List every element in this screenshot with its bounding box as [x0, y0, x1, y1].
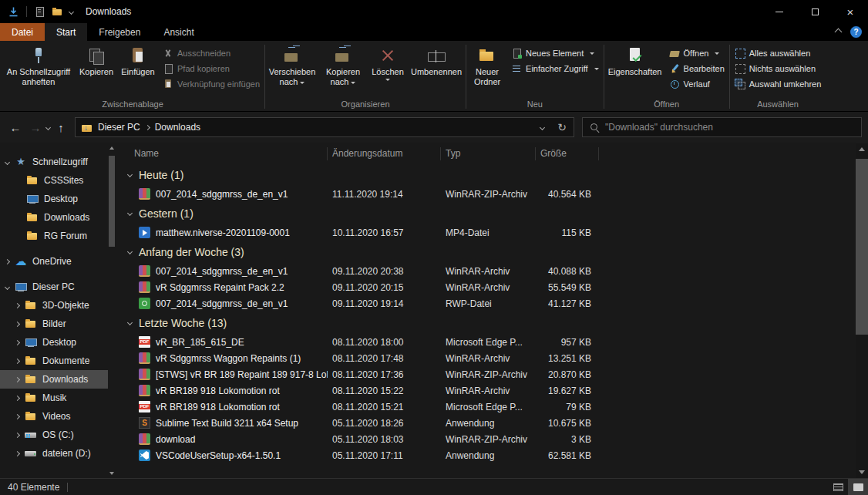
sidebar-item-downloads[interactable]: Downloads — [0, 370, 108, 389]
delete-button[interactable]: Löschen — [368, 42, 408, 98]
sidebar-item-desktop[interactable]: Desktop — [0, 333, 108, 352]
file-row[interactable]: 007_2014_sdggmrss_de_en_v1 09.11.2020 19… — [116, 295, 856, 311]
scroll-down-icon[interactable] — [109, 472, 114, 475]
chevron-down-icon[interactable] — [5, 159, 10, 164]
sidebar-item-dokumente[interactable]: Dokumente — [0, 352, 108, 370]
collapse-ribbon-chevron-icon[interactable] — [835, 29, 843, 36]
sidebar-item-os-c[interactable]: OS (C:) — [0, 426, 108, 444]
back-button[interactable]: ← — [6, 117, 25, 137]
chevron-right-icon[interactable] — [15, 376, 20, 382]
tab-datei[interactable]: Datei — [0, 23, 45, 41]
chevron-right-icon[interactable] — [15, 450, 20, 456]
close-button[interactable]: × — [833, 0, 868, 23]
column-header-date[interactable]: Änderungsdatum — [328, 147, 441, 160]
refresh-button[interactable]: ↻ — [552, 118, 572, 136]
thumbnails-view-button[interactable] — [848, 479, 868, 495]
scroll-down-icon[interactable] — [859, 470, 865, 474]
edit-button[interactable]: Bearbeiten — [665, 62, 728, 76]
address-bar[interactable]: Dieser PC Downloads ↻ — [75, 117, 574, 137]
tab-freigeben[interactable]: Freigeben — [87, 23, 152, 41]
qat-new-folder-icon[interactable] — [52, 6, 62, 17]
minimize-button[interactable] — [762, 0, 797, 23]
sidebar-item-musik[interactable]: Musik — [0, 389, 108, 407]
file-row[interactable]: vR_BR_185_615_DE 08.11.2020 18:00 Micros… — [116, 334, 856, 350]
group-header-letzte-woche[interactable]: Letzte Woche (13) — [116, 311, 856, 334]
sidebar-item-dateien-d[interactable]: dateien (D:) — [0, 444, 108, 463]
up-button[interactable]: ↑ — [52, 117, 70, 137]
column-header-type[interactable]: Typ — [441, 147, 536, 160]
file-row[interactable]: VSCodeUserSetup-x64-1.50.1 05.11.2020 17… — [116, 447, 856, 463]
file-row[interactable]: 007_2014_sdggmrss_de_en_v1 11.11.2020 19… — [116, 186, 856, 202]
sidebar-item-quick-access[interactable]: ★ Schnellzugriff — [0, 153, 108, 171]
sidebar-item-downloads-qa[interactable]: Downloads — [0, 208, 108, 227]
chevron-down-icon[interactable] — [5, 284, 10, 289]
file-row[interactable]: vR BR189 918 Lokomotion rot 08.11.2020 1… — [116, 382, 856, 399]
file-row[interactable]: vR Sdggmrss Repaint Pack 2.2 09.11.2020 … — [116, 279, 856, 295]
chevron-right-icon[interactable] — [15, 358, 20, 363]
chevron-right-icon[interactable] — [15, 432, 20, 437]
copy-to-button[interactable]: Kopieren nach — [318, 42, 368, 98]
sidebar-item-dieser-pc[interactable]: Dieser PC — [0, 278, 108, 296]
chevron-right-icon[interactable] — [15, 321, 20, 326]
sidebar-item-csssites[interactable]: CSSSites — [0, 171, 108, 190]
chevron-right-icon[interactable] — [15, 339, 20, 345]
breadcrumb-dieser-pc[interactable]: Dieser PC — [93, 122, 146, 133]
group-header-gestern[interactable]: Gestern (1) — [116, 202, 856, 224]
maximize-button[interactable] — [797, 0, 833, 23]
sidebar-item-bilder[interactable]: Bilder — [0, 315, 108, 333]
file-row[interactable]: 007_2014_sdggmrss_de_en_v1 09.11.2020 20… — [116, 263, 856, 279]
select-all-button[interactable]: Alles auswählen — [731, 46, 826, 60]
history-button[interactable]: Verlauf — [665, 77, 728, 91]
scrollbar-thumb[interactable] — [856, 159, 868, 335]
chevron-right-icon[interactable] — [5, 258, 10, 264]
file-row[interactable]: Sublime Text Build 3211 x64 Setup 05.11.… — [116, 415, 856, 431]
sidebar-item-desktop-qa[interactable]: Desktop — [0, 190, 108, 208]
column-header-size[interactable]: Größe — [536, 147, 599, 160]
copy-path-button[interactable]: Pfad kopieren — [159, 62, 264, 76]
details-view-button[interactable] — [828, 479, 848, 495]
move-to-button[interactable]: Verschieben nach — [266, 42, 318, 98]
chevron-right-icon[interactable] — [15, 413, 20, 419]
rename-button[interactable]: Umbenennen — [408, 42, 465, 98]
paste-button[interactable]: Einfügen — [117, 42, 159, 98]
sidebar-item-rg-forum[interactable]: RG Forum — [0, 227, 108, 245]
search-input[interactable] — [605, 122, 854, 133]
scrollbar-thumb[interactable] — [109, 156, 115, 247]
column-header-name[interactable]: Name — [116, 147, 328, 160]
copy-button[interactable]: Kopieren — [76, 42, 117, 98]
chevron-right-icon[interactable] — [15, 395, 20, 400]
new-item-button[interactable]: Neues Element — [507, 46, 603, 60]
qat-properties-icon[interactable] — [34, 6, 45, 17]
sidebar-item-videos[interactable]: Videos — [0, 407, 108, 426]
qat-customize-chevron-icon[interactable] — [69, 8, 74, 14]
recent-locations-chevron-icon[interactable] — [45, 124, 51, 130]
cut-button[interactable]: Ausschneiden — [159, 46, 264, 60]
invert-selection-button[interactable]: Auswahl umkehren — [731, 77, 826, 91]
file-row[interactable]: vR Sdggmrss Waggon Repaints (1) 08.11.20… — [116, 350, 856, 366]
paste-shortcut-button[interactable]: Verknüpfung einfügen — [159, 77, 264, 91]
group-header-anfang-der-woche[interactable]: Anfang der Woche (3) — [116, 241, 856, 263]
breadcrumb-downloads[interactable]: Downloads — [150, 122, 206, 133]
select-none-button[interactable]: Nichts auswählen — [731, 62, 826, 76]
sidebar-scrollbar[interactable] — [108, 143, 116, 478]
tab-start[interactable]: Start — [45, 23, 87, 41]
forward-button[interactable]: → — [26, 117, 45, 137]
chevron-right-icon[interactable] — [15, 302, 20, 308]
open-button[interactable]: Öffnen — [665, 46, 728, 60]
file-row[interactable]: matthew.niverse-20201109-0001 10.11.2020… — [116, 224, 856, 241]
easy-access-button[interactable]: Einfacher Zugriff — [507, 62, 603, 76]
address-dropdown-button[interactable] — [532, 118, 552, 136]
file-list-scrollbar[interactable] — [856, 143, 868, 478]
scroll-up-icon[interactable] — [859, 147, 865, 151]
group-header-heute[interactable]: Heute (1) — [116, 163, 856, 186]
sidebar-item-3d-objekte[interactable]: 3D-Objekte — [0, 296, 108, 315]
tab-ansicht[interactable]: Ansicht — [152, 23, 205, 41]
help-icon[interactable]: ? — [850, 26, 862, 38]
file-row[interactable]: vR BR189 918 Lokomotion rot 08.11.2020 1… — [116, 399, 856, 415]
sidebar-item-onedrive[interactable]: ☁ OneDrive — [0, 252, 108, 271]
file-row[interactable]: download 05.11.2020 18:03 WinRAR-ZIP-Arc… — [116, 431, 856, 447]
new-folder-button[interactable]: Neuer Ordner — [467, 42, 507, 98]
file-row[interactable]: [STWS] vR BR 189 Repaint 189 917-8 Loko.… — [116, 366, 856, 382]
properties-button[interactable]: Eigenschaften — [605, 42, 665, 98]
pin-to-quick-access-button[interactable]: An Schnellzugriff anheften — [2, 42, 76, 98]
